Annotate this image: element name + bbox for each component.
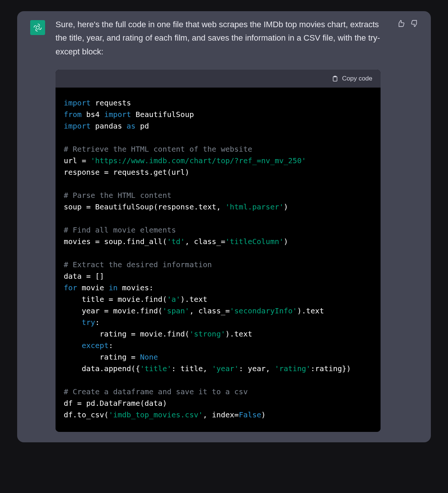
code-block: Copy code import requests from bs4 impor… bbox=[56, 70, 381, 432]
assistant-message: Sure, here's the full code in one file t… bbox=[17, 11, 431, 442]
assistant-intro-text: Sure, here's the full code in one file t… bbox=[56, 18, 381, 59]
code-block-header: Copy code bbox=[56, 70, 381, 88]
thumbs-up-icon bbox=[397, 19, 405, 28]
openai-logo-icon bbox=[33, 23, 42, 32]
feedback-actions bbox=[396, 19, 420, 28]
thumbs-up-button[interactable] bbox=[396, 19, 406, 28]
code-content[interactable]: import requests from bs4 import Beautifu… bbox=[56, 88, 381, 432]
thumbs-down-button[interactable] bbox=[410, 19, 420, 28]
thumbs-down-icon bbox=[411, 19, 419, 28]
svg-point-0 bbox=[36, 26, 40, 29]
svg-rect-2 bbox=[333, 77, 337, 81]
assistant-avatar bbox=[30, 20, 45, 35]
copy-code-label: Copy code bbox=[342, 73, 372, 84]
copy-code-button[interactable]: Copy code bbox=[332, 73, 372, 84]
clipboard-icon bbox=[332, 75, 338, 82]
